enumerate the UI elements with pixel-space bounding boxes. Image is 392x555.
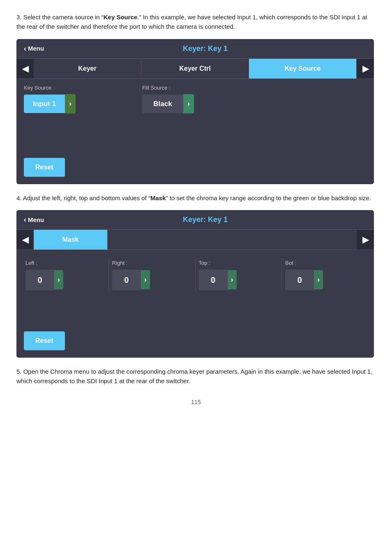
menu-label-1: Menu <box>28 44 44 53</box>
fill-source-value[interactable]: Black <box>142 95 183 113</box>
left-value[interactable]: 0 <box>25 270 54 290</box>
paragraph-4: 4. Adjust the left, right, top and botto… <box>16 193 376 203</box>
field-group-empty-1 <box>261 84 367 114</box>
bold-key-source: Key Source <box>104 14 138 21</box>
key-source-value[interactable]: Input 1 <box>24 95 65 113</box>
panel-mask: ‹ Menu Keyer: Key 1 ◀ Mask ▶ Left : 0 › <box>16 210 374 358</box>
spacer-2 <box>24 290 367 315</box>
right-label: Right : <box>112 259 192 267</box>
bot-chevron[interactable]: › <box>314 270 323 289</box>
right-value[interactable]: 0 <box>112 270 141 290</box>
tab-prev-arrow-2[interactable]: ◀ <box>16 230 34 250</box>
chevron-left-icon-2: ‹ <box>24 214 26 225</box>
key-source-value-row: Input 1 › <box>24 94 130 113</box>
key-source-chevron[interactable]: › <box>65 94 76 113</box>
tab-keyer[interactable]: Keyer <box>34 59 141 79</box>
bot-value[interactable]: 0 <box>285 270 314 290</box>
divider-2 <box>195 259 196 290</box>
panel-content-2: Left : 0 › Right : 0 › Top : 0 <box>16 250 374 358</box>
top-value-row: 0 › <box>199 270 279 290</box>
fill-source-chevron[interactable]: › <box>183 94 194 113</box>
right-value-row: 0 › <box>112 270 192 290</box>
field-row-1: Key Source : Input 1 › Fill Source : Bla… <box>24 84 367 114</box>
right-chevron[interactable]: › <box>141 270 150 289</box>
menu-button-2[interactable]: ‹ Menu <box>24 214 44 225</box>
panel-keyer-1: ‹ Menu Keyer: Key 1 ◀ Keyer Keyer Ctrl K… <box>16 39 374 185</box>
field-group-key-source: Key Source : Input 1 › <box>24 84 130 114</box>
mask-field-left: Left : 0 › <box>24 259 107 290</box>
reset-row-2: Reset <box>24 327 367 350</box>
reset-button-1[interactable]: Reset <box>24 158 65 177</box>
bold-mask: Mask <box>150 194 166 201</box>
panel-title-1: Keyer: Key 1 <box>44 43 367 54</box>
reset-button-2[interactable]: Reset <box>24 331 65 350</box>
spacer-1 <box>24 117 367 141</box>
fill-source-value-row: Black › <box>142 94 248 113</box>
key-source-label: Key Source : <box>24 84 130 92</box>
top-value[interactable]: 0 <box>199 270 228 290</box>
menu-label-2: Menu <box>28 215 44 225</box>
bot-value-row: 0 › <box>285 270 365 290</box>
reset-row-1: Reset <box>24 154 367 177</box>
left-label: Left : <box>25 259 105 267</box>
panel-content-1: Key Source : Input 1 › Fill Source : Bla… <box>16 79 374 185</box>
page-number: 115 <box>16 398 376 407</box>
left-chevron[interactable]: › <box>54 270 63 289</box>
divider-1 <box>108 259 109 290</box>
chevron-left-icon-1: ‹ <box>24 43 26 54</box>
tab-row-1: ◀ Keyer Keyer Ctrl Key Source ▶ <box>16 59 374 79</box>
fill-source-label: Fill Source : <box>142 84 248 92</box>
mask-field-right: Right : 0 › <box>111 259 194 290</box>
mask-field-bot: Bot : 0 › <box>284 259 367 290</box>
tab-keyer-ctrl[interactable]: Keyer Ctrl <box>141 59 249 79</box>
tab-prev-arrow-1[interactable]: ◀ <box>16 59 34 79</box>
top-label: Top : <box>199 259 279 267</box>
bot-label: Bot : <box>285 259 365 267</box>
tab-key-source[interactable]: Key Source <box>249 59 357 79</box>
tab-mask[interactable]: Mask <box>34 230 108 250</box>
menu-button-1[interactable]: ‹ Menu <box>24 43 44 54</box>
tab-row-2: ◀ Mask ▶ <box>16 230 374 250</box>
tab-next-arrow-2[interactable]: ▶ <box>357 230 374 250</box>
panel-title-2: Keyer: Key 1 <box>44 214 367 225</box>
top-chevron[interactable]: › <box>228 270 237 289</box>
left-value-row: 0 › <box>25 270 105 290</box>
paragraph-3: 3. Select the camera source in “Key Sour… <box>16 12 376 32</box>
panel-header-2: ‹ Menu Keyer: Key 1 <box>16 210 374 230</box>
panel-header-1: ‹ Menu Keyer: Key 1 <box>16 39 374 59</box>
tab-next-arrow-1[interactable]: ▶ <box>357 59 374 79</box>
mask-field-top: Top : 0 › <box>197 259 280 290</box>
tab-spacer-2 <box>108 230 357 250</box>
paragraph-5: 5. Open the Chroma menu to adjust the co… <box>16 367 376 386</box>
divider-3 <box>281 259 282 290</box>
mask-fields: Left : 0 › Right : 0 › Top : 0 <box>24 259 367 290</box>
field-group-fill-source: Fill Source : Black › <box>142 84 248 114</box>
